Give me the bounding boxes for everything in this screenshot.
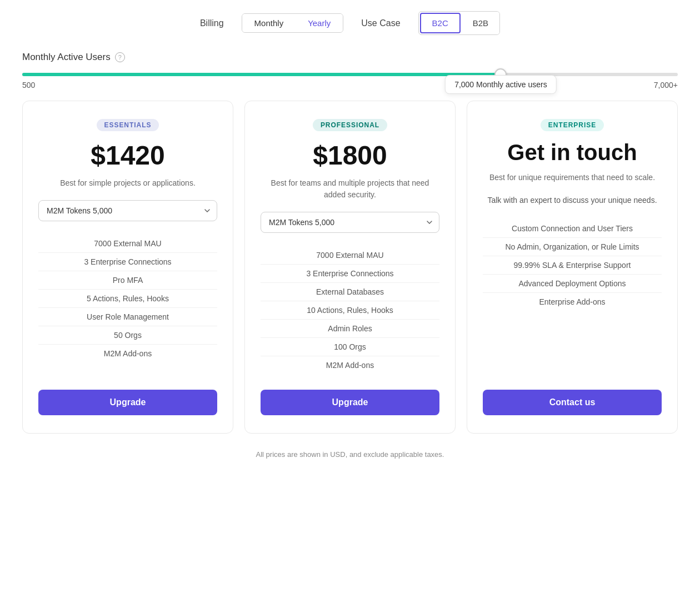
list-item: 10 Actions, Rules, Hooks xyxy=(261,301,439,320)
enterprise-card: ENTERPRISE Get in touch Best for unique … xyxy=(467,101,678,434)
enterprise-badge: ENTERPRISE xyxy=(541,119,604,131)
list-item: 50 Orgs xyxy=(38,326,217,345)
slider-track[interactable] xyxy=(22,73,678,76)
list-item: Enterprise Add-ons xyxy=(483,293,662,311)
list-item: 99.99% SLA & Enterprise Support xyxy=(483,256,662,275)
list-item: Admin Roles xyxy=(261,320,439,338)
list-item: M2M Add-ons xyxy=(38,345,217,362)
list-item: User Role Management xyxy=(38,308,217,326)
list-item: Custom Connection and User Tiers xyxy=(483,220,662,238)
essentials-features: 7000 External MAU3 Enterprise Connection… xyxy=(38,235,217,374)
help-icon[interactable]: ? xyxy=(115,52,125,62)
use-case-toggle-group: B2C B2B xyxy=(418,11,501,35)
essentials-upgrade-button[interactable]: Upgrade xyxy=(38,390,217,415)
enterprise-talk-text: Talk with an expert to discuss your uniq… xyxy=(487,195,657,206)
slider-labels: 500 7,000 Monthly active users 7,000+ xyxy=(22,81,678,89)
billing-toggle-group: Monthly Yearly xyxy=(242,13,344,33)
footer-note: All prices are shown in USD, and exclude… xyxy=(22,450,678,459)
b2c-button[interactable]: B2C xyxy=(420,13,461,33)
professional-m2m-select[interactable]: M2M Tokens 5,000 M2M Tokens 10,000 xyxy=(261,212,439,233)
mau-header: Monthly Active Users ? xyxy=(22,52,678,63)
enterprise-price: Get in touch xyxy=(507,140,637,165)
professional-upgrade-button[interactable]: Upgrade xyxy=(261,390,439,415)
essentials-m2m-select[interactable]: M2M Tokens 5,000 M2M Tokens 10,000 xyxy=(38,200,217,221)
list-item: External Databases xyxy=(261,283,439,301)
mau-section: Monthly Active Users ? 500 7,000 Monthly… xyxy=(22,52,678,89)
slider-container: 500 7,000 Monthly active users 7,000+ xyxy=(22,73,678,89)
enterprise-description: Best for unique requirements that need t… xyxy=(489,172,655,183)
list-item: 7000 External MAU xyxy=(38,235,217,253)
professional-badge: PROFESSIONAL xyxy=(313,119,387,131)
list-item: 5 Actions, Rules, Hooks xyxy=(38,290,217,308)
list-item: Advanced Deployment Options xyxy=(483,275,662,293)
billing-label: Billing xyxy=(200,18,224,28)
professional-description: Best for teams and multiple projects tha… xyxy=(261,177,439,201)
mau-title: Monthly Active Users xyxy=(22,52,111,63)
list-item: 3 Enterprise Connections xyxy=(261,265,439,283)
professional-price: $1800 xyxy=(313,140,387,171)
b2b-button[interactable]: B2B xyxy=(462,12,499,34)
use-case-label: Use Case xyxy=(361,18,400,28)
professional-card: PROFESSIONAL $1800 Best for teams and mu… xyxy=(244,101,456,434)
slider-tooltip: 7,000 Monthly active users xyxy=(445,75,557,94)
list-item: 7000 External MAU xyxy=(261,246,439,265)
top-controls: Billing Monthly Yearly Use Case B2C B2B xyxy=(22,11,678,35)
list-item: 100 Orgs xyxy=(261,338,439,356)
essentials-description: Best for simple projects or applications… xyxy=(60,177,196,189)
list-item: Pro MFA xyxy=(38,271,217,290)
slider-min-label: 500 xyxy=(22,81,35,89)
pricing-cards-container: ESSENTIALS $1420 Best for simple project… xyxy=(22,101,678,434)
enterprise-features: Custom Connection and User TiersNo Admin… xyxy=(483,220,662,374)
essentials-badge: ESSENTIALS xyxy=(97,119,159,131)
monthly-button[interactable]: Monthly xyxy=(242,14,296,32)
yearly-button[interactable]: Yearly xyxy=(296,14,343,32)
slider-fill xyxy=(22,73,501,76)
list-item: 3 Enterprise Connections xyxy=(38,253,217,271)
professional-features: 7000 External MAU3 Enterprise Connection… xyxy=(261,246,439,374)
slider-max-label: 7,000+ xyxy=(654,81,678,89)
essentials-card: ESSENTIALS $1420 Best for simple project… xyxy=(22,101,233,434)
list-item: No Admin, Organization, or Rule Limits xyxy=(483,238,662,256)
essentials-price: $1420 xyxy=(91,140,164,171)
list-item: M2M Add-ons xyxy=(261,356,439,374)
footer-note-text: All prices are shown in USD, and exclude… xyxy=(256,450,444,459)
enterprise-contact-button[interactable]: Contact us xyxy=(483,390,662,415)
